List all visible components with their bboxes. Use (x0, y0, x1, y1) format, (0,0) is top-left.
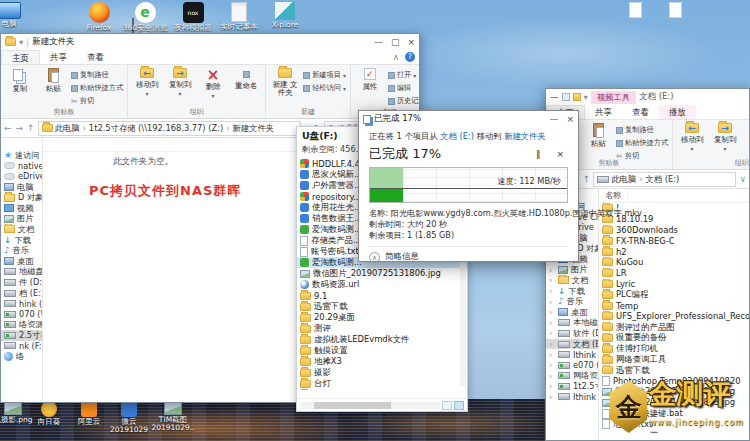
collapse-ribbon-icon[interactable]: ∧ (393, 52, 399, 62)
ribbon-tab[interactable]: 主页 (1, 50, 40, 64)
expand-icon[interactable] (549, 339, 555, 349)
details-view-button[interactable] (442, 401, 452, 410)
file-item[interactable]: Temp (599, 300, 749, 311)
nav-item[interactable]: Ithink (F:) (546, 349, 598, 360)
paste-shortcut-button[interactable]: 粘贴快捷方式 (71, 83, 123, 93)
file-item[interactable]: 很重要的备份 (599, 333, 749, 344)
desktop-icon[interactable]: 夜神模拟器 (170, 2, 216, 32)
expand-icon[interactable] (549, 307, 555, 317)
desktop-icon[interactable]: 微云 20191029 (106, 401, 152, 434)
file-item[interactable]: 地摊X3 (297, 356, 467, 367)
nav-item[interactable]: 软件 (D:) (546, 328, 598, 339)
nav-item[interactable]: 2.5寸存储 (\\192 (1, 330, 42, 341)
file-item[interactable]: Lyric (599, 279, 749, 290)
file-item[interactable]: 测评 (297, 323, 467, 334)
file-item[interactable]: 佳博打印机 (599, 343, 749, 354)
nav-item[interactable]: 络 (1, 351, 42, 362)
file-item[interactable]: 迅雷下载 (297, 301, 467, 312)
rename-button[interactable]: 重命名 (231, 68, 261, 90)
file-item[interactable]: 数码资源.url (297, 279, 467, 290)
file-item[interactable]: 摄影 (297, 367, 467, 378)
new-folder-button[interactable]: 新建 文件夹 (270, 68, 300, 97)
nav-item[interactable]: 档 (E:) (1, 288, 42, 299)
file-item[interactable]: 360Downloads (599, 225, 749, 236)
file-item[interactable]: 9.1 (297, 290, 467, 301)
desktop-icon[interactable]: 电脑 (0, 2, 32, 28)
thumbnail-view-button[interactable] (454, 401, 464, 410)
maximize-button[interactable]: ▢ (391, 37, 400, 47)
nav-item[interactable]: 速访问 (1, 150, 42, 161)
back-icon[interactable]: ← (4, 123, 12, 133)
nav-item[interactable]: 音乐 (1, 245, 42, 256)
close-button[interactable]: × (407, 37, 415, 47)
dialog-title-bar[interactable]: 已完成 17% — × (359, 111, 578, 127)
cancel-button[interactable]: × (556, 149, 564, 159)
nav-item[interactable]: nk (F:) (1, 341, 42, 352)
nav-item[interactable]: e070 (\\Ot (546, 360, 598, 371)
title-bar[interactable]: — ▾ 视频工具 文档 (E:) (546, 89, 749, 105)
paste-button[interactable]: 粘贴 (583, 123, 613, 148)
quick-access-dropdown-icon[interactable]: ▾ (19, 37, 23, 47)
forward-icon[interactable]: → (16, 123, 24, 133)
breadcrumb-item[interactable]: 此电脑 (611, 174, 645, 185)
fewer-details-toggle[interactable]: 简略信息 (359, 247, 578, 267)
nav-item[interactable]: 电脑 (1, 182, 42, 193)
column-header[interactable]: 名称 (599, 190, 628, 201)
up-icon[interactable]: ↑ (27, 123, 35, 133)
file-item[interactable]: UFS_Explorer_Professional_Recovery_ (599, 311, 749, 322)
nav-item[interactable]: 本地磁盘 (C: (546, 318, 598, 329)
expand-icon[interactable] (549, 318, 555, 328)
edit-button[interactable]: 编辑 (388, 83, 420, 93)
breadcrumb[interactable]: 此电脑1t2.5寸存储 (\\192.168.3.77) (Z:)新建文件夹 (38, 121, 301, 136)
minimize-button[interactable]: — (549, 114, 558, 124)
minimize-button[interactable]: — (374, 37, 383, 47)
breadcrumb-item[interactable]: 1t2.5寸存储 (\\192.168.3.77) (Z:) (89, 123, 233, 134)
history-button[interactable]: 历史记录 (388, 96, 420, 106)
copy-to-button[interactable]: →复制到 (165, 68, 195, 98)
file-item[interactable]: LR (599, 268, 749, 279)
file-item[interactable]: 20.29桌面 (297, 312, 467, 323)
nav-item[interactable]: 下载 (1, 235, 42, 246)
nav-item[interactable]: 桌面 (546, 307, 598, 318)
file-item[interactable]: 微信图片_20190725131806.jpg (297, 268, 467, 279)
ribbon-tab[interactable]: 共享 (40, 50, 77, 64)
desktop-icon[interactable]: X-plore (262, 2, 308, 29)
properties-button[interactable]: 属性 (355, 68, 385, 91)
nav-item[interactable]: 070 (\\Otcloud_7 (1, 309, 42, 320)
folder-icon[interactable] (573, 93, 581, 101)
expand-icon[interactable] (549, 381, 555, 391)
nav-item[interactable]: 文档 (E:) (546, 339, 598, 350)
nav-item[interactable]: native Cloud File (1, 161, 42, 172)
file-item[interactable]: 迅雷下载 (599, 365, 749, 376)
toolbar-dropdown-icon[interactable]: ▾ (584, 92, 588, 102)
file-item[interactable]: 触摸设置 (297, 345, 467, 356)
easy-access-button[interactable]: 轻松访问 (303, 83, 346, 93)
ribbon-tab[interactable]: 查看 (622, 105, 659, 119)
expand-icon[interactable] (549, 392, 555, 402)
nav-item[interactable]: hink (F:) (1, 298, 42, 309)
pause-button[interactable]: ‖ (536, 149, 541, 159)
nav-item[interactable]: 1t2.5寸存储 (546, 381, 598, 392)
up-icon[interactable]: ↑ (583, 174, 591, 184)
copy-path-button[interactable]: 复制路径 (71, 70, 123, 80)
nav-item[interactable]: Ithink (F:) (546, 392, 598, 403)
expand-icon[interactable] (549, 328, 555, 338)
breadcrumb-item[interactable]: 此电脑 (55, 123, 89, 134)
new-item-button[interactable]: 新建项目 (303, 70, 346, 80)
nav-item[interactable]: 下载 (546, 286, 598, 297)
breadcrumb[interactable]: 此电脑文档 (E:) (593, 172, 736, 187)
expand-icon[interactable] (549, 275, 555, 285)
ribbon-tab[interactable]: 播放 (659, 105, 696, 119)
desktop-icon[interactable]: Firefox (76, 2, 122, 32)
nav-item[interactable]: 网络资源 (\\ (546, 371, 598, 382)
nav-item[interactable]: 文档 (1, 224, 42, 235)
nav-item[interactable]: eDrive (1, 171, 42, 182)
nav-item[interactable]: D 对象 (1, 192, 42, 203)
file-item[interactable]: h2 (599, 246, 749, 257)
nav-item[interactable]: 视频 (1, 203, 42, 214)
ribbon-tab[interactable]: 查看 (77, 50, 114, 64)
file-item[interactable]: putty070cn (297, 389, 467, 390)
nav-item[interactable]: 音乐 (546, 296, 598, 307)
file-item[interactable]: KuGou (599, 257, 749, 268)
copy-to-button[interactable]: →复制到 (710, 123, 740, 153)
